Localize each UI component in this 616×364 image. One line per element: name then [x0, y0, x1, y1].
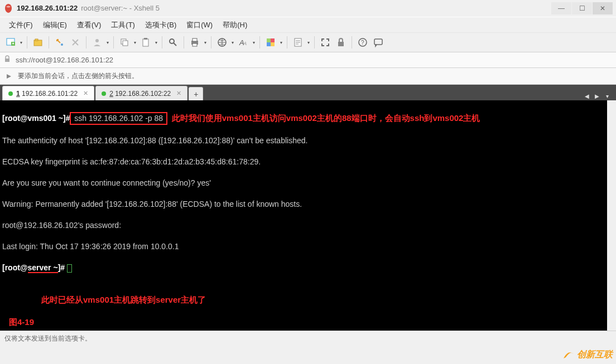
svg-rect-12: [192, 38, 197, 41]
font-icon[interactable]: AA: [236, 35, 251, 50]
svg-rect-3: [35, 39, 38, 41]
terminal-output: ECDSA key fingerprint is ac:fe:87:de:ca:…: [2, 157, 605, 167]
svg-point-10: [170, 39, 174, 43]
svg-point-5: [95, 39, 99, 42]
svg-rect-26: [5, 59, 9, 62]
prompt: [root@vms001 ~]#: [2, 114, 70, 123]
window-close[interactable]: ✕: [593, 2, 613, 14]
help-icon[interactable]: ?: [355, 35, 370, 50]
fullscreen-icon[interactable]: [318, 35, 333, 50]
svg-rect-20: [271, 42, 275, 46]
terminal-output: Are you sure you want to continue connec…: [2, 178, 605, 188]
title-main: 192.168.26.101:22: [17, 4, 78, 12]
open-session-icon[interactable]: [31, 35, 45, 50]
svg-rect-7: [123, 41, 128, 46]
reconnect-icon[interactable]: [52, 35, 67, 50]
new-session-dropdown[interactable]: ▾: [19, 40, 23, 45]
encoding-dropdown[interactable]: ▾: [230, 40, 235, 45]
terminal-output: The authenticity of host '[192.168.26.10…: [2, 135, 605, 146]
terminal[interactable]: [root@vms001 ~]# ssh 192.168.26.102 -p 8…: [0, 100, 616, 331]
tab-list-icon[interactable]: ▾: [603, 91, 612, 100]
profile-dropdown[interactable]: ▾: [105, 40, 110, 45]
annotation-2: 此时已经从vms001主机跳转到server主机了: [41, 294, 206, 305]
close-tab-icon[interactable]: ✕: [83, 90, 88, 97]
close-tab-icon[interactable]: ✕: [176, 90, 181, 97]
ssh-command-highlight: ssh 192.168.26.102 -p 88: [70, 112, 167, 125]
tab-session-1[interactable]: 1 192.168.26.101:22 ✕: [2, 86, 94, 100]
svg-point-4: [61, 43, 63, 46]
add-session-arrow-icon[interactable]: [3, 71, 15, 82]
tab-next-icon[interactable]: ▶: [593, 91, 601, 100]
server-prompt-underlined: server ~: [28, 263, 58, 273]
address-text: ssh://root@192.168.26.101:22: [16, 56, 113, 64]
menu-help[interactable]: 帮助(H): [218, 18, 252, 32]
svg-rect-18: [271, 38, 275, 42]
script-dropdown[interactable]: ▾: [306, 40, 311, 45]
new-session-icon[interactable]: [3, 35, 18, 50]
paste-dropdown[interactable]: ▾: [154, 40, 158, 45]
menu-tabs[interactable]: 选项卡(B): [141, 18, 181, 32]
menu-edit[interactable]: 编辑(E): [38, 18, 71, 32]
annotation-1: 此时我们使用vms001主机访问vms002主机的88端口时，会自动ssh到vm…: [172, 113, 480, 123]
window-minimize[interactable]: —: [551, 2, 571, 14]
info-text: 要添加当前会话，点击左侧的箭头按钮。: [18, 71, 138, 81]
lock-small-icon: [3, 55, 12, 65]
color-dropdown[interactable]: ▾: [279, 40, 283, 45]
svg-text:A: A: [243, 41, 247, 46]
terminal-output: Warning: Permanently added '[192.168.26.…: [2, 199, 605, 210]
color-icon[interactable]: [263, 35, 278, 50]
status-text: 仅将文本发送到当前选项卡。: [4, 334, 92, 343]
menu-window[interactable]: 窗口(W): [182, 18, 217, 32]
menubar: 文件(F) 编辑(E) 查看(V) 工具(T) 选项卡(B) 窗口(W) 帮助(…: [0, 17, 616, 32]
address-bar[interactable]: ssh://root@192.168.26.101:22: [0, 52, 616, 68]
title-sub: root@server:~ - Xshell 5: [81, 4, 160, 12]
svg-rect-13: [192, 43, 197, 46]
feedback-icon[interactable]: [371, 35, 386, 50]
disconnect-icon[interactable]: [68, 35, 83, 50]
app-icon: [3, 3, 13, 13]
terminal-scrollbar[interactable]: [607, 100, 616, 331]
tab-prev-icon[interactable]: ◀: [583, 91, 591, 100]
svg-rect-19: [267, 42, 271, 46]
copy-icon[interactable]: [117, 35, 132, 50]
svg-rect-22: [338, 42, 344, 46]
tab-bar: 1 192.168.26.101:22 ✕ 2 192.168.26.102:2…: [0, 85, 616, 100]
svg-rect-25: [374, 39, 382, 45]
titlebar: 192.168.26.101:22 root@server:~ - Xshell…: [0, 0, 616, 17]
tab-session-2[interactable]: 2 192.168.26.102:22 ✕: [95, 86, 187, 100]
globe-icon[interactable]: [215, 35, 229, 50]
info-bar: 要添加当前会话，点击左侧的箭头按钮。: [0, 68, 616, 85]
terminal-output: root@192.168.26.102's password:: [2, 220, 605, 231]
toolbar: ▾ ▾ ▾ ▾ ▾ ▾ AA ▾ ▾ ▾ ?: [0, 32, 616, 52]
figure-label: 图4-19: [9, 317, 34, 327]
font-dropdown[interactable]: ▾: [252, 40, 256, 45]
watermark: 创新互联: [562, 348, 613, 361]
lock-icon[interactable]: [334, 35, 348, 50]
svg-text:?: ?: [361, 40, 364, 46]
window-maximize[interactable]: ☐: [572, 2, 592, 14]
copy-dropdown[interactable]: ▾: [133, 40, 137, 45]
status-dot-icon: [102, 91, 106, 96]
menu-view[interactable]: 查看(V): [73, 18, 105, 32]
svg-rect-9: [144, 38, 147, 40]
terminal-output: Last login: Thu Oct 17 19:36:26 2019 fro…: [2, 241, 605, 252]
svg-rect-8: [143, 39, 148, 46]
svg-rect-17: [267, 38, 271, 42]
status-dot-icon: [8, 91, 13, 96]
paste-icon[interactable]: [138, 35, 153, 50]
profile-icon[interactable]: [90, 35, 104, 50]
search-icon[interactable]: [166, 35, 180, 50]
add-tab-button[interactable]: +: [189, 87, 203, 100]
menu-file[interactable]: 文件(F): [4, 18, 37, 32]
print-dropdown[interactable]: ▾: [203, 40, 208, 45]
script-icon[interactable]: [291, 35, 305, 50]
cursor: [67, 264, 72, 273]
menu-tools[interactable]: 工具(T): [107, 18, 139, 32]
status-bar: 仅将文本发送到当前选项卡。: [0, 331, 616, 346]
print-icon[interactable]: [187, 35, 202, 50]
